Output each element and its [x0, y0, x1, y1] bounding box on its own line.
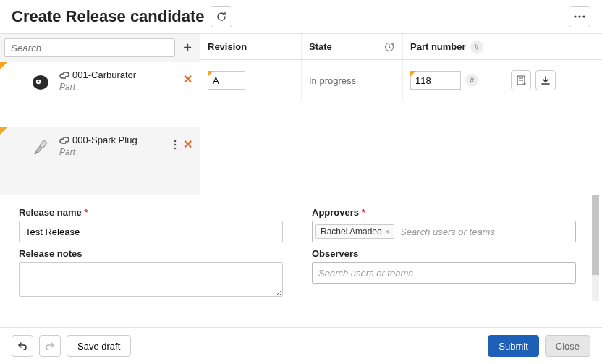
download-icon [540, 75, 551, 85]
redo-button[interactable] [39, 335, 61, 357]
part-type: Part [59, 82, 183, 92]
release-notes-label: Release notes [19, 248, 290, 259]
part-thumbnail [29, 136, 52, 159]
svg-point-0 [574, 15, 576, 17]
download-button[interactable] [535, 70, 556, 90]
refresh-icon [216, 11, 227, 22]
link-icon [59, 70, 69, 80]
svg-point-5 [38, 81, 40, 83]
release-notes-input[interactable] [19, 262, 283, 297]
table-row: In progress # on [200, 60, 602, 101]
remove-chip-button[interactable]: × [385, 227, 389, 236]
table-header: Revision State Part number # [200, 34, 602, 60]
undo-button[interactable] [12, 335, 33, 357]
page-title: Create Release candidate [12, 7, 205, 26]
col-state: State [302, 34, 403, 59]
release-name-label: Release name * [19, 207, 290, 218]
part-item[interactable]: 000-Spark Plug Part ✕ [0, 127, 200, 192]
status-flag-icon [208, 71, 213, 77]
approvers-input[interactable]: Rachel Amadeo × Search users or teams [312, 221, 576, 242]
part-name: 000-Spark Plug [72, 135, 137, 145]
save-draft-button[interactable]: Save draft [67, 335, 131, 357]
state-cycle-icon[interactable] [383, 41, 395, 53]
col-part-number: Part number # [403, 34, 497, 59]
more-icon [574, 15, 585, 18]
observers-input[interactable]: Search users or teams [312, 262, 576, 284]
link-icon [59, 135, 69, 145]
part-menu-button[interactable] [173, 140, 177, 150]
approver-chip: Rachel Amadeo × [315, 224, 394, 239]
properties-button[interactable]: on [511, 70, 531, 90]
observers-label: Observers [312, 248, 583, 259]
status-flag-icon [0, 62, 7, 69]
status-flag-icon [0, 127, 7, 135]
scrollbar[interactable] [592, 195, 599, 301]
remove-part-button[interactable]: ✕ [183, 137, 192, 151]
generate-number-button[interactable]: # [465, 74, 478, 87]
document-icon: on [516, 75, 526, 85]
release-name-input[interactable] [19, 221, 283, 242]
svg-text:on: on [522, 82, 526, 85]
add-part-button[interactable]: + [179, 40, 195, 56]
undo-icon [17, 341, 27, 351]
svg-point-11 [174, 147, 177, 149]
svg-point-2 [582, 15, 585, 17]
refresh-button[interactable] [211, 6, 232, 27]
status-flag-icon [410, 71, 416, 77]
more-menu-button[interactable] [569, 6, 590, 27]
part-item[interactable]: 001-Carburator Part ✕ [0, 62, 200, 127]
svg-point-1 [578, 15, 580, 17]
part-thumbnail [29, 71, 52, 94]
col-revision: Revision [200, 34, 302, 59]
close-button[interactable]: Close [545, 335, 590, 357]
part-number-input[interactable] [410, 71, 461, 90]
state-text: In progress [309, 75, 356, 86]
hash-icon: # [470, 41, 483, 54]
approvers-label: Approvers * [312, 207, 583, 218]
svg-point-10 [174, 143, 177, 145]
part-name: 001-Carburator [72, 69, 136, 80]
svg-point-9 [174, 140, 177, 142]
redo-icon [45, 341, 55, 351]
submit-button[interactable]: Submit [488, 335, 538, 357]
parts-sidebar: + 001-Carburator Part ✕ [0, 34, 200, 195]
part-type: Part [59, 147, 173, 157]
search-input[interactable] [4, 38, 175, 57]
remove-part-button[interactable]: ✕ [183, 72, 192, 86]
